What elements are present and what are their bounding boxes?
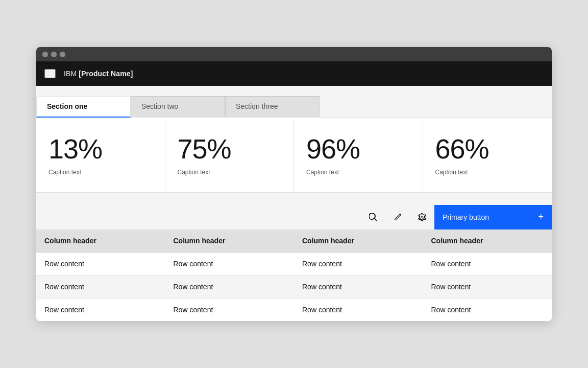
data-table: Column header Column header Column heade… — [36, 229, 552, 321]
cell-1-3: Row content — [294, 252, 423, 275]
menu-button[interactable] — [44, 69, 56, 78]
stat-caption-1: Caption text — [48, 169, 153, 176]
primary-button-label: Primary button — [443, 213, 489, 221]
toolbar-icons — [361, 205, 434, 229]
stat-caption-3: Caption text — [306, 169, 410, 176]
column-header-1: Column header — [36, 229, 165, 252]
edit-button[interactable] — [385, 205, 410, 229]
table-header-row: Column header Column header Column heade… — [36, 229, 552, 252]
settings-button[interactable] — [410, 205, 434, 229]
window-dot-green — [60, 52, 65, 57]
topbar-product: [Product Name] — [79, 70, 133, 78]
cell-2-3: Row content — [294, 275, 423, 298]
cell-3-4: Row content — [423, 298, 552, 321]
topbar-brand: IBM — [64, 70, 79, 78]
table-toolbar: Primary button + — [36, 205, 552, 229]
tabs-bar: Section one Section two Section three — [36, 86, 552, 118]
cell-2-4: Row content — [423, 275, 552, 298]
table-row: Row content Row content Row content Row … — [36, 252, 552, 275]
stats-section: 13% Caption text 75% Caption text 96% Ca… — [36, 118, 552, 192]
window-dot-yellow — [51, 52, 57, 57]
application-window: IBM [Product Name] Section one Section t… — [36, 47, 552, 320]
tab-section-one[interactable]: Section one — [36, 97, 131, 118]
column-header-2: Column header — [165, 229, 295, 252]
window-dot-red — [42, 52, 48, 57]
cell-1-1: Row content — [36, 252, 165, 275]
cell-1-4: Row content — [423, 252, 552, 275]
cell-2-1: Row content — [36, 275, 165, 298]
settings-icon — [418, 213, 426, 221]
primary-button[interactable]: Primary button + — [434, 205, 552, 229]
cell-1-2: Row content — [165, 252, 295, 275]
plus-icon: + — [538, 212, 544, 222]
main-content: Section one Section two Section three 13… — [36, 86, 552, 320]
table-section: Primary button + Column header Column he… — [36, 193, 552, 321]
stat-value-2: 75% — [178, 134, 282, 164]
topbar: IBM [Product Name] — [36, 61, 552, 86]
window-chrome — [36, 47, 552, 61]
tab-section-three[interactable]: Section three — [225, 96, 320, 117]
column-header-3: Column header — [294, 229, 423, 252]
stat-card-4: 66% Caption text — [423, 118, 552, 192]
cell-3-2: Row content — [165, 298, 295, 321]
table-row: Row content Row content Row content Row … — [36, 275, 552, 298]
stat-card-2: 75% Caption text — [165, 118, 295, 192]
cell-3-3: Row content — [294, 298, 423, 321]
column-header-4: Column header — [423, 229, 552, 252]
stat-caption-4: Caption text — [435, 169, 540, 176]
stat-caption-2: Caption text — [178, 169, 282, 176]
stat-card-3: 96% Caption text — [294, 118, 423, 192]
stat-value-4: 66% — [435, 134, 540, 164]
stat-card-1: 13% Caption text — [36, 118, 165, 192]
table-header: Column header Column header Column heade… — [36, 229, 552, 252]
stat-value-1: 13% — [48, 134, 153, 164]
stat-value-3: 96% — [306, 134, 410, 164]
table-body: Row content Row content Row content Row … — [36, 252, 552, 321]
topbar-title: IBM [Product Name] — [64, 70, 133, 78]
table-row: Row content Row content Row content Row … — [36, 298, 552, 321]
search-icon — [369, 213, 377, 221]
search-button[interactable] — [361, 205, 385, 229]
edit-icon — [394, 213, 402, 221]
tab-section-two[interactable]: Section two — [131, 96, 225, 117]
cell-3-1: Row content — [36, 298, 165, 321]
cell-2-2: Row content — [165, 275, 295, 298]
